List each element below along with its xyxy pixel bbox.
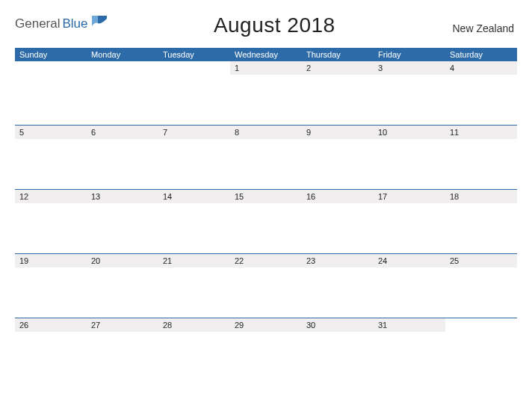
day-cell — [445, 318, 517, 383]
day-cell: 20 — [87, 254, 158, 318]
day-cell: 12 — [15, 190, 87, 253]
day-header: Monday — [87, 48, 158, 61]
calendar-grid: Sunday Monday Tuesday Wednesday Thursday… — [15, 48, 517, 383]
day-number: 26 — [19, 321, 82, 332]
day-number: 18 — [450, 192, 513, 203]
day-number: 5 — [19, 128, 82, 139]
day-number: 22 — [235, 256, 297, 268]
brand-text-blue: Blue — [62, 16, 87, 31]
day-number — [450, 321, 513, 332]
day-cell: 29 — [230, 318, 302, 383]
day-cell — [158, 61, 230, 125]
day-number: 11 — [450, 128, 513, 139]
day-cell: 9 — [302, 126, 374, 189]
day-number: 27 — [91, 321, 154, 332]
day-number: 10 — [378, 128, 441, 139]
day-number: 19 — [19, 256, 82, 268]
day-number: 28 — [163, 321, 226, 332]
day-cell: 25 — [445, 254, 517, 318]
header: General Blue August 2018 New Zealand — [15, 13, 517, 37]
day-number — [163, 64, 226, 75]
day-number — [91, 64, 154, 75]
day-number: 21 — [163, 256, 226, 268]
day-cell: 14 — [158, 190, 230, 253]
day-number: 15 — [235, 192, 297, 203]
day-cell: 13 — [87, 190, 158, 253]
day-cell: 2 — [302, 61, 374, 125]
week-row: 12 13 14 15 16 17 18 — [15, 190, 517, 254]
brand-wave-icon — [92, 16, 107, 31]
day-header: Wednesday — [230, 48, 302, 61]
day-number: 16 — [306, 192, 369, 203]
day-cell: 6 — [87, 126, 158, 189]
day-cell: 21 — [158, 254, 230, 318]
week-row: 5 6 7 8 9 10 11 — [15, 126, 517, 190]
day-number: 14 — [163, 192, 226, 203]
day-cell: 22 — [230, 254, 302, 318]
day-number: 6 — [91, 128, 154, 139]
week-row: 26 27 28 29 30 31 — [15, 318, 517, 383]
day-number: 17 — [378, 192, 441, 203]
day-cell: 18 — [445, 190, 517, 253]
day-cell: 16 — [302, 190, 374, 253]
day-number: 3 — [378, 64, 441, 75]
day-cell: 11 — [445, 126, 517, 189]
day-cell: 17 — [374, 190, 445, 253]
day-number: 23 — [306, 256, 369, 268]
day-cell: 10 — [374, 126, 445, 189]
day-cell: 31 — [374, 318, 445, 383]
brand-text-general: General — [15, 16, 60, 31]
day-cell: 3 — [374, 61, 445, 125]
day-number — [19, 64, 82, 75]
day-number: 1 — [235, 64, 297, 75]
day-cell — [87, 61, 158, 125]
day-header: Friday — [374, 48, 445, 61]
week-row: 1 2 3 4 — [15, 61, 517, 126]
day-cell — [15, 61, 87, 125]
day-number: 4 — [450, 64, 513, 75]
day-number: 20 — [91, 256, 154, 268]
day-cell: 28 — [158, 318, 230, 383]
week-row: 19 20 21 22 23 24 25 — [15, 254, 517, 318]
day-number: 8 — [235, 128, 297, 139]
day-header: Saturday — [445, 48, 517, 61]
day-number: 25 — [450, 256, 513, 268]
day-header: Tuesday — [158, 48, 230, 61]
day-number: 2 — [306, 64, 369, 75]
day-cell: 7 — [158, 126, 230, 189]
day-header: Thursday — [302, 48, 374, 61]
day-number: 9 — [306, 128, 369, 139]
day-number: 24 — [378, 256, 441, 268]
brand-logo: General Blue — [15, 13, 107, 31]
day-cell: 15 — [230, 190, 302, 253]
region-label: New Zealand — [442, 13, 517, 34]
day-number: 29 — [235, 321, 297, 332]
day-cell: 26 — [15, 318, 87, 383]
day-number: 7 — [163, 128, 226, 139]
day-header-row: Sunday Monday Tuesday Wednesday Thursday… — [15, 48, 517, 61]
day-number: 12 — [19, 192, 82, 203]
day-cell: 19 — [15, 254, 87, 318]
day-cell: 24 — [374, 254, 445, 318]
day-cell: 1 — [230, 61, 302, 125]
day-cell: 30 — [302, 318, 374, 383]
day-cell: 5 — [15, 126, 87, 189]
day-header: Sunday — [15, 48, 87, 61]
day-cell: 27 — [87, 318, 158, 383]
day-cell: 23 — [302, 254, 374, 318]
day-number: 30 — [306, 321, 369, 332]
day-number: 13 — [91, 192, 154, 203]
calendar-title: August 2018 — [107, 13, 442, 37]
day-cell: 8 — [230, 126, 302, 189]
day-cell: 4 — [445, 61, 517, 125]
day-number: 31 — [378, 321, 441, 332]
